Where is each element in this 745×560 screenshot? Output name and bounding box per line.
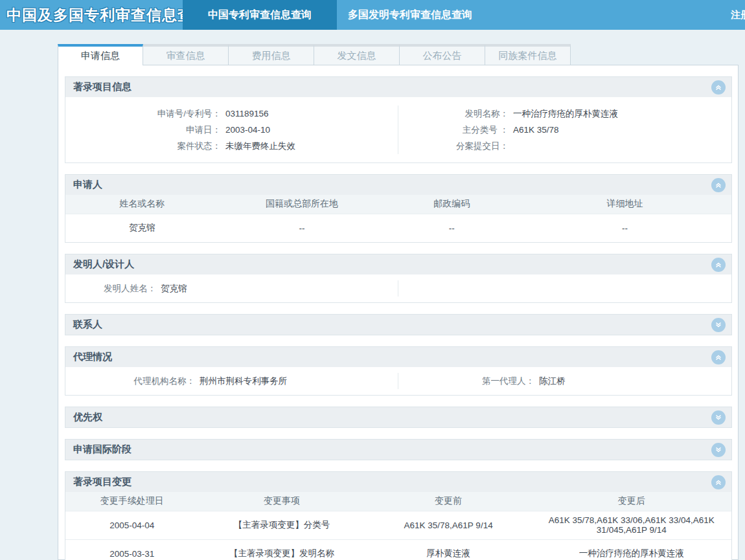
column-header: 详细地址 [518, 195, 731, 214]
section-changes-header: 著录项目变更 [65, 472, 731, 492]
section-agency: 代理情况 代理机构名称： 荆州市荆科专利事务所 第一代理人： 陈江桥 [65, 346, 732, 396]
section-changes: 著录项目变更 变更手续处理日 变更事项 变更前 变更后 2005-04-04 【… [65, 471, 732, 560]
field-row: 发明人姓名： 贺克镕 [65, 280, 398, 297]
field-label: 主分类号 ： [398, 122, 509, 138]
field-label: 第一代理人： [398, 373, 534, 389]
section-contact: 联系人 [65, 314, 732, 335]
field-label: 申请号/专利号： [65, 106, 221, 122]
biblio-right-column: 发明名称： 一种治疗痔疮的厚朴黄连液 主分类号 ： A61K 35/78 分案提… [398, 106, 731, 154]
field-value: A61K 35/78 [509, 122, 559, 138]
section-title: 申请人 [73, 179, 711, 191]
content-panel: 著录项目信息 申请号/专利号： 031189156 申请日： 2003-04-1… [58, 65, 739, 560]
field-label: 分案提交日： [398, 138, 509, 154]
cell-before-change: 厚朴黄连液 [365, 539, 532, 560]
section-title: 代理情况 [73, 351, 711, 363]
field-row: 分案提交日： [398, 138, 731, 154]
column-header: 变更手续处理日 [65, 492, 199, 511]
chevron-double-up-icon[interactable] [711, 178, 726, 192]
section-biblio-header: 著录项目信息 [65, 77, 731, 97]
field-value: 031189156 [221, 106, 269, 122]
tab-publication-info[interactable]: 公布公告 [400, 44, 485, 65]
column-header: 姓名或名称 [65, 195, 218, 214]
section-title: 著录项目信息 [73, 81, 711, 93]
cell-after-change: A61K 35/78,A61K 33/06,A61K 33/04,A61K 31… [532, 511, 731, 539]
section-biblio-body: 申请号/专利号： 031189156 申请日： 2003-04-10 案件状态：… [65, 97, 731, 162]
chevron-double-up-icon[interactable] [711, 80, 726, 95]
tab-patent-family-info[interactable]: 同族案件信息 [485, 44, 571, 65]
nav-tab-multi-country[interactable]: 多国发明专利审查信息查询 [348, 0, 472, 30]
chevron-double-up-icon[interactable] [711, 475, 726, 489]
section-title: 申请国际阶段 [73, 443, 711, 456]
nav-tab-china-patent[interactable]: 中国专利审查信息查询 [183, 0, 337, 30]
cell-before-change: A61K 35/78,A61P 9/14 [365, 511, 532, 539]
section-applicant-header: 申请人 [65, 175, 731, 195]
section-title: 优先权 [73, 411, 711, 423]
table-header-row: 姓名或名称 国籍或总部所在地 邮政编码 详细地址 [65, 195, 731, 214]
section-agency-body: 代理机构名称： 荆州市荆科专利事务所 第一代理人： 陈江桥 [65, 367, 731, 395]
field-label: 申请日： [65, 122, 221, 138]
cell-change-date: 2005-03-31 [65, 539, 199, 560]
section-inventor-header: 发明人/设计人 [65, 254, 731, 274]
chevron-double-up-icon[interactable] [711, 350, 726, 364]
inventor-left-column: 发明人姓名： 贺克镕 [65, 280, 398, 297]
table-header-row: 变更手续处理日 变更事项 变更前 变更后 [65, 492, 731, 511]
column-header: 变更后 [532, 492, 731, 511]
section-biblio: 著录项目信息 申请号/专利号： 031189156 申请日： 2003-04-1… [65, 76, 732, 163]
table-row: 贺克镕 -- -- -- [65, 214, 731, 242]
section-agency-header: 代理情况 [65, 347, 731, 367]
cell-change-item: 【主著录项变更】分类号 [199, 511, 365, 539]
tab-examination-info[interactable]: 审查信息 [143, 44, 229, 65]
field-label: 案件状态： [65, 138, 221, 154]
section-title: 著录项目变更 [73, 476, 711, 488]
field-value [509, 138, 513, 154]
table-row: 2005-03-31 【主著录项变更】发明名称 厚朴黄连液 一种治疗痔疮的厚朴黄… [65, 539, 731, 560]
cell-address: -- [518, 214, 731, 242]
chevron-double-up-icon[interactable] [711, 258, 726, 272]
section-applicant: 申请人 姓名或名称 国籍或总部所在地 邮政编码 详细地址 贺克镕 -- -- [65, 174, 732, 243]
applicant-table: 姓名或名称 国籍或总部所在地 邮政编码 详细地址 贺克镕 -- -- -- [65, 195, 731, 242]
section-priority-header: 优先权 [65, 407, 731, 427]
column-header: 变更事项 [199, 492, 365, 511]
detail-tabbar: 申请信息 审查信息 费用信息 发文信息 公布公告 同族案件信息 [58, 44, 739, 65]
field-value: 2003-04-10 [221, 122, 270, 138]
field-row: 主分类号 ： A61K 35/78 [398, 122, 731, 138]
field-value: 未缴年费终止失效 [221, 138, 295, 154]
register-link[interactable]: 注册 [731, 0, 745, 30]
section-international: 申请国际阶段 [65, 439, 732, 460]
section-international-header: 申请国际阶段 [65, 440, 731, 460]
chevron-double-down-icon[interactable] [711, 443, 726, 457]
cell-nationality: -- [218, 214, 385, 242]
inventor-right-column [398, 280, 731, 297]
field-value: 贺克镕 [156, 280, 187, 297]
agency-left-column: 代理机构名称： 荆州市荆科专利事务所 [65, 373, 398, 389]
cell-postcode: -- [385, 214, 518, 242]
tab-fee-info[interactable]: 费用信息 [229, 44, 314, 65]
tab-application-info[interactable]: 申请信息 [58, 44, 143, 65]
field-value: 陈江桥 [534, 373, 566, 389]
field-label: 代理机构名称： [65, 373, 195, 389]
section-title: 发明人/设计人 [73, 258, 711, 271]
column-header: 邮政编码 [385, 195, 518, 214]
field-row: 第一代理人： 陈江桥 [398, 373, 731, 389]
section-title: 联系人 [73, 319, 711, 331]
field-row: 发明名称： 一种治疗痔疮的厚朴黄连液 [398, 106, 731, 122]
section-priority: 优先权 [65, 407, 732, 428]
app-header: 中国及多国专利审查信息查询 中国专利审查信息查询 多国发明专利审查信息查询 注册 [0, 0, 745, 30]
field-label: 发明名称： [398, 106, 509, 122]
field-row: 申请日： 2003-04-10 [65, 122, 398, 138]
column-header: 变更前 [365, 492, 532, 511]
field-value: 荆州市荆科专利事务所 [195, 373, 287, 389]
field-row: 申请号/专利号： 031189156 [65, 106, 398, 122]
biblio-left-column: 申请号/专利号： 031189156 申请日： 2003-04-10 案件状态：… [65, 106, 398, 154]
field-row: 案件状态： 未缴年费终止失效 [65, 138, 398, 154]
chevron-double-down-icon[interactable] [711, 318, 726, 332]
chevron-double-down-icon[interactable] [711, 410, 726, 425]
table-row: 2005-04-04 【主著录项变更】分类号 A61K 35/78,A61P 9… [65, 511, 731, 539]
cell-after-change: 一种治疗痔疮的厚朴黄连液 [532, 539, 731, 560]
cell-change-item: 【主著录项变更】发明名称 [199, 539, 365, 560]
field-label: 发明人姓名： [65, 280, 156, 297]
tab-notification-info[interactable]: 发文信息 [314, 44, 400, 65]
section-contact-header: 联系人 [65, 315, 731, 335]
section-inventor: 发明人/设计人 发明人姓名： 贺克镕 [65, 254, 732, 303]
section-inventor-body: 发明人姓名： 贺克镕 [65, 274, 731, 302]
